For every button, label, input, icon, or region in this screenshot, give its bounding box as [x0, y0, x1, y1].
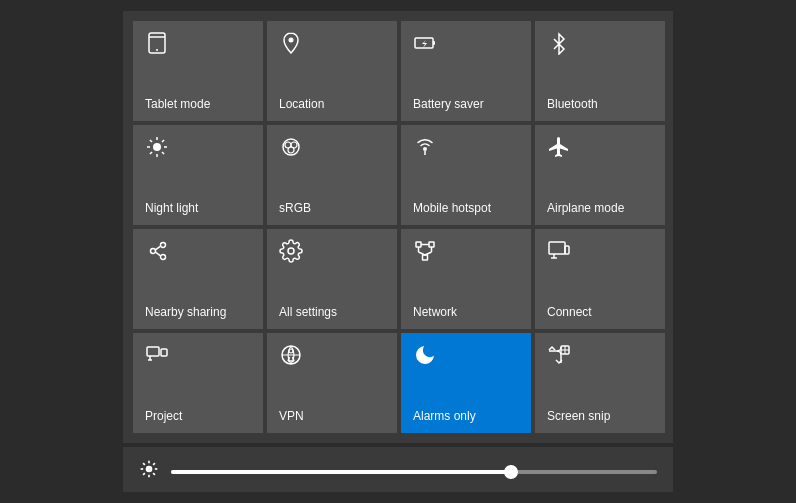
- tile-all-settings-label: All settings: [279, 305, 337, 319]
- tile-project-label: Project: [145, 409, 182, 423]
- brightness-icon: [139, 459, 159, 484]
- tile-row-3: Nearby sharing All settings: [133, 229, 663, 329]
- tile-vpn[interactable]: VPN: [267, 333, 397, 433]
- battery-saver-icon: [413, 31, 437, 59]
- svg-rect-5: [433, 41, 435, 45]
- tile-srgb[interactable]: sRGB: [267, 125, 397, 225]
- tile-row-1: Tablet mode Location Battery saver: [133, 21, 663, 121]
- svg-point-23: [151, 249, 156, 254]
- svg-rect-30: [429, 242, 434, 247]
- svg-point-21: [423, 147, 427, 151]
- tile-project[interactable]: Project: [133, 333, 263, 433]
- tile-tablet-mode-label: Tablet mode: [145, 97, 210, 111]
- tile-connect[interactable]: Connect: [535, 229, 665, 329]
- brightness-slider[interactable]: [171, 470, 657, 474]
- svg-line-61: [153, 463, 155, 465]
- tile-all-settings[interactable]: All settings: [267, 229, 397, 329]
- alarms-only-icon: [413, 343, 437, 371]
- tile-screen-snip[interactable]: Screen snip: [535, 333, 665, 433]
- tile-network[interactable]: Network: [401, 229, 531, 329]
- svg-line-35: [419, 252, 426, 255]
- quick-actions-panel: Tablet mode Location Battery saver: [123, 11, 673, 443]
- svg-point-3: [289, 38, 294, 43]
- svg-rect-41: [147, 347, 159, 356]
- tile-vpn-label: VPN: [279, 409, 304, 423]
- svg-point-28: [288, 248, 294, 254]
- tile-battery-saver-label: Battery saver: [413, 97, 484, 111]
- brightness-slider-fill: [171, 470, 511, 474]
- svg-line-60: [143, 473, 145, 475]
- nearby-sharing-icon: [145, 239, 169, 267]
- srgb-icon: [279, 135, 303, 163]
- brightness-bar: [123, 447, 673, 492]
- tile-tablet-mode[interactable]: Tablet mode: [133, 21, 263, 121]
- svg-line-16: [162, 140, 164, 142]
- tablet-mode-icon: [145, 31, 169, 59]
- vpn-icon: [279, 343, 303, 371]
- tile-row-4: Project VPN Alarms only: [133, 333, 663, 433]
- svg-point-8: [153, 143, 161, 151]
- tile-location[interactable]: Location: [267, 21, 397, 121]
- svg-line-59: [153, 473, 155, 475]
- tile-alarms-only-label: Alarms only: [413, 409, 476, 423]
- tile-alarms-only[interactable]: Alarms only: [401, 333, 531, 433]
- svg-line-26: [155, 246, 160, 250]
- tile-airplane-mode[interactable]: Airplane mode: [535, 125, 665, 225]
- svg-line-36: [425, 252, 432, 255]
- svg-line-15: [150, 152, 152, 154]
- tile-bluetooth[interactable]: Bluetooth: [535, 21, 665, 121]
- brightness-slider-thumb: [504, 465, 518, 479]
- location-icon: [279, 31, 303, 59]
- svg-rect-29: [416, 242, 421, 247]
- tile-mobile-hotspot-label: Mobile hotspot: [413, 201, 491, 215]
- svg-rect-42: [161, 349, 167, 356]
- tile-connect-label: Connect: [547, 305, 592, 319]
- tile-bluetooth-label: Bluetooth: [547, 97, 598, 111]
- svg-line-27: [155, 252, 160, 256]
- tile-row-2: Night light sRGB: [133, 125, 663, 225]
- airplane-mode-icon: [547, 135, 571, 163]
- tile-location-label: Location: [279, 97, 324, 111]
- svg-rect-38: [565, 246, 569, 254]
- tile-nearby-sharing[interactable]: Nearby sharing: [133, 229, 263, 329]
- screen-snip-icon: [547, 343, 571, 371]
- project-icon: [145, 343, 169, 371]
- tile-night-light-label: Night light: [145, 201, 198, 215]
- svg-point-24: [161, 243, 166, 248]
- connect-icon: [547, 239, 571, 267]
- tile-srgb-label: sRGB: [279, 201, 311, 215]
- tile-night-light[interactable]: Night light: [133, 125, 263, 225]
- svg-line-14: [162, 152, 164, 154]
- bluetooth-icon: [547, 31, 571, 59]
- tile-mobile-hotspot[interactable]: Mobile hotspot: [401, 125, 531, 225]
- svg-point-2: [156, 49, 158, 51]
- mobile-hotspot-icon: [413, 135, 437, 163]
- network-icon: [413, 239, 437, 267]
- tile-screen-snip-label: Screen snip: [547, 409, 610, 423]
- all-settings-icon: [279, 239, 303, 267]
- tile-network-label: Network: [413, 305, 457, 319]
- tile-nearby-sharing-label: Nearby sharing: [145, 305, 226, 319]
- svg-rect-31: [423, 255, 428, 260]
- svg-line-58: [143, 463, 145, 465]
- svg-rect-37: [549, 242, 565, 254]
- svg-line-13: [150, 140, 152, 142]
- night-light-icon: [145, 135, 169, 163]
- svg-point-25: [161, 255, 166, 260]
- tile-airplane-mode-label: Airplane mode: [547, 201, 624, 215]
- svg-point-53: [146, 466, 153, 473]
- tile-battery-saver[interactable]: Battery saver: [401, 21, 531, 121]
- svg-point-20: [288, 147, 294, 153]
- svg-point-46: [289, 349, 293, 353]
